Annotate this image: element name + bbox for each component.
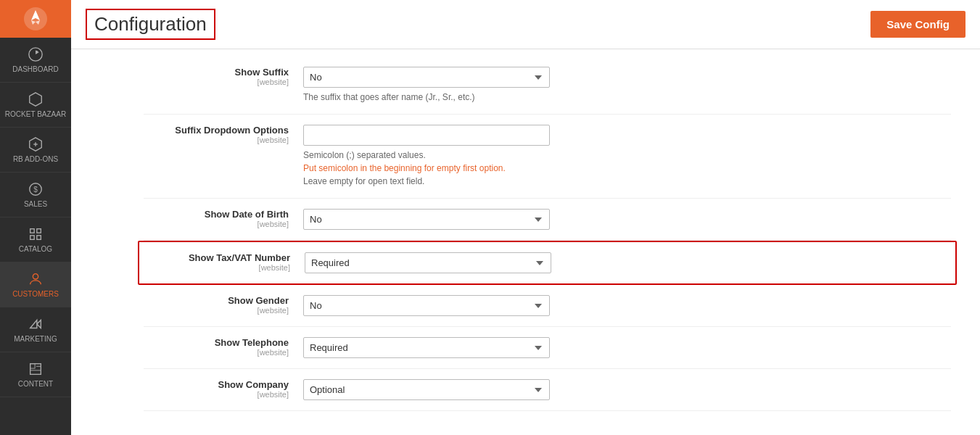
svg-text:$: $ [33, 186, 38, 194]
suffix-dropdown-label: Suffix Dropdown Options [website] [144, 125, 303, 144]
svg-rect-18 [30, 364, 35, 368]
show-company-control: No Yes Optional Required [303, 379, 951, 400]
show-telephone-label: Show Telephone [website] [144, 337, 303, 357]
svg-rect-12 [37, 229, 41, 233]
show-company-row: Show Company [website] No Yes Optional R… [144, 369, 951, 411]
svg-marker-16 [30, 320, 41, 328]
show-gender-row: Show Gender [website] No Yes Optional Re… [144, 285, 951, 327]
page-title-border: Configuration [86, 9, 215, 40]
sidebar-item-rb-addons[interactable]: RB ADD-ONS [0, 128, 71, 173]
content-icon [28, 361, 44, 377]
show-dob-control: No Yes Optional Required [303, 209, 951, 230]
rocket-logo-icon [22, 6, 49, 32]
sidebar-item-sales[interactable]: $ SALES [0, 173, 71, 218]
show-tax-vat-label: Show Tax/VAT Number [website] [145, 252, 305, 272]
svg-marker-5 [30, 93, 42, 106]
show-gender-select[interactable]: No Yes Optional Required [303, 295, 550, 316]
show-suffix-select[interactable]: No Yes Optional Required [303, 67, 550, 88]
hexagon-rb-icon [28, 91, 44, 107]
show-suffix-control: No Yes Optional Required The suffix that… [303, 67, 951, 104]
sidebar-item-rocket-bazaar[interactable]: ROCKET BAZAAR [0, 83, 71, 128]
show-tax-vat-row: Show Tax/VAT Number [website] No Yes Opt… [138, 241, 957, 285]
svg-rect-13 [30, 236, 35, 240]
form-section: Show Suffix [website] No Yes Optional Re… [71, 49, 980, 418]
show-telephone-select[interactable]: No Yes Optional Required [303, 337, 550, 358]
suffix-dropdown-hint: Semicolon (;) separated values. Put semi… [303, 149, 951, 188]
show-company-select[interactable]: No Yes Optional Required [303, 379, 550, 400]
sidebar-item-label: DASHBOARD [12, 65, 58, 73]
catalog-icon [28, 226, 44, 242]
header: Configuration Save Config [71, 0, 980, 49]
show-gender-label: Show Gender [website] [144, 295, 303, 315]
show-tax-vat-select[interactable]: No Yes Optional Required [305, 252, 551, 273]
show-dob-label: Show Date of Birth [website] [144, 209, 303, 228]
show-suffix-hint: The suffix that goes after name (Jr., Sr… [303, 91, 951, 104]
sidebar-item-label: RB ADD-ONS [13, 155, 58, 163]
sidebar: DASHBOARD ROCKET BAZAAR RB ADD-ONS $ SAL… [0, 0, 71, 435]
sidebar-item-content[interactable]: CONTENT [0, 352, 71, 397]
customers-icon [28, 271, 44, 287]
sidebar-item-label: CONTENT [18, 380, 53, 388]
sidebar-item-label: MARKETING [14, 335, 57, 343]
show-dob-select[interactable]: No Yes Optional Required [303, 209, 550, 230]
show-date-of-birth-row: Show Date of Birth [website] No Yes Opti… [144, 199, 951, 241]
svg-rect-11 [30, 229, 35, 233]
sidebar-item-label: CATALOG [19, 245, 52, 253]
sidebar-item-customers[interactable]: CUSTOMERS [0, 262, 71, 307]
show-gender-control: No Yes Optional Required [303, 295, 951, 316]
sidebar-item-label: SALES [24, 200, 47, 208]
sidebar-item-label: ROCKET BAZAAR [5, 110, 66, 118]
sidebar-logo[interactable] [0, 0, 71, 38]
svg-point-15 [33, 274, 38, 279]
show-suffix-row: Show Suffix [website] No Yes Optional Re… [144, 57, 951, 115]
sidebar-item-marketing[interactable]: MARKETING [0, 307, 71, 352]
save-config-button[interactable]: Save Config [870, 11, 965, 38]
suffix-dropdown-control: Semicolon (;) separated values. Put semi… [303, 125, 951, 188]
suffix-dropdown-input[interactable] [303, 125, 550, 146]
sidebar-item-dashboard[interactable]: DASHBOARD [0, 38, 71, 83]
show-tax-vat-control: No Yes Optional Required [305, 252, 950, 273]
dashboard-icon [28, 46, 44, 62]
configuration-form: Show Suffix [website] No Yes Optional Re… [71, 49, 980, 435]
show-suffix-label: Show Suffix [website] [144, 67, 303, 86]
dollar-icon: $ [28, 181, 44, 197]
hexagon-addons-icon [28, 136, 44, 152]
suffix-dropdown-options-row: Suffix Dropdown Options [website] Semico… [144, 115, 951, 199]
show-telephone-row: Show Telephone [website] No Yes Optional… [144, 327, 951, 369]
sidebar-item-label: CUSTOMERS [12, 290, 59, 298]
show-telephone-control: No Yes Optional Required [303, 337, 951, 358]
marketing-icon [28, 316, 44, 332]
sidebar-item-catalog[interactable]: CATALOG [0, 218, 71, 262]
show-company-label: Show Company [website] [144, 379, 303, 399]
svg-rect-17 [30, 364, 41, 375]
svg-rect-14 [37, 236, 41, 240]
main-content: Configuration Save Config Show Suffix [w… [71, 0, 980, 435]
page-title: Configuration [94, 13, 207, 36]
